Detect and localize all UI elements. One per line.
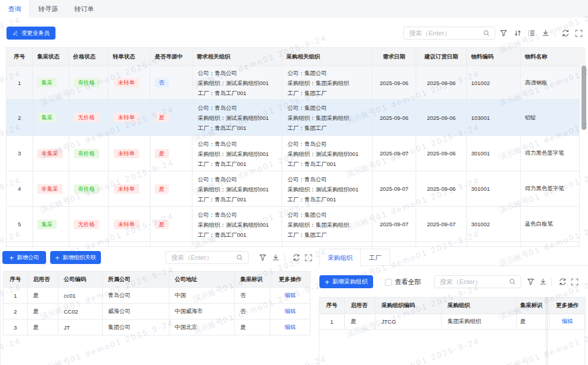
svg-text:演示账号01 demo01 2025-9-24: 演示账号01 demo01 2025-9-24 (191, 354, 328, 365)
svg-text:演示账号01 demo01 2025-9-24: 演示账号01 demo01 2025-9-24 (0, 336, 22, 365)
